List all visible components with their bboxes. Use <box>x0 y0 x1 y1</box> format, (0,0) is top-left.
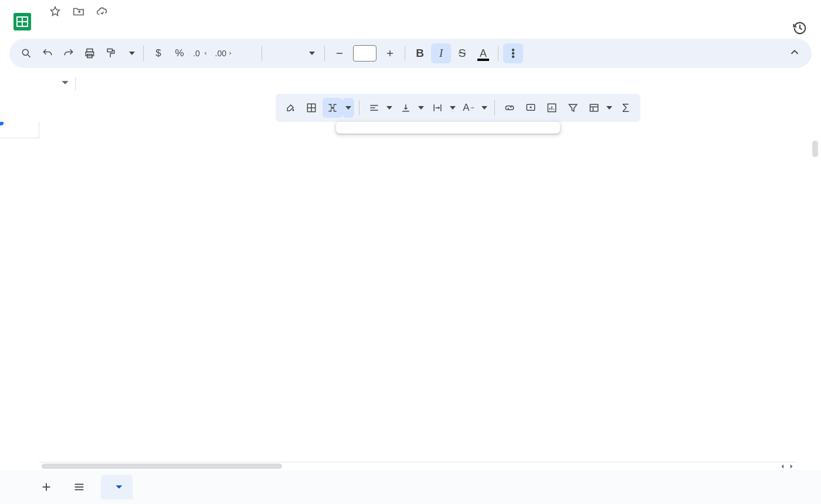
select-all-corner[interactable] <box>0 122 39 138</box>
filter-button[interactable] <box>563 98 583 118</box>
star-icon[interactable] <box>48 5 62 19</box>
text-wrap-dropdown[interactable] <box>447 98 458 118</box>
version-history-icon[interactable] <box>792 20 808 39</box>
search-icon[interactable] <box>16 43 36 63</box>
strikethrough-button[interactable]: S <box>452 43 472 63</box>
all-sheets-button[interactable] <box>68 476 90 498</box>
caret-down-icon <box>115 483 123 491</box>
spreadsheet-grid[interactable] <box>0 122 821 470</box>
scrollbar-thumb[interactable] <box>812 141 818 157</box>
table-view-dropdown[interactable] <box>604 98 615 118</box>
sheet-tab[interactable] <box>101 475 133 499</box>
table-view-button[interactable] <box>584 98 604 118</box>
toolbar-overflow-row: A Σ <box>276 94 640 122</box>
add-sheet-button[interactable] <box>35 476 57 498</box>
borders-button[interactable] <box>301 98 321 118</box>
formula-bar-row <box>0 71 821 96</box>
cloud-status-icon[interactable] <box>95 5 109 19</box>
scrollbar-thumb[interactable] <box>42 464 282 469</box>
horizontal-align-dropdown[interactable] <box>384 98 395 118</box>
svg-point-15 <box>513 56 514 57</box>
caret-down-icon <box>129 52 135 55</box>
merge-cells-dropdown[interactable] <box>342 98 354 118</box>
sheets-logo-icon[interactable] <box>9 5 35 39</box>
font-size-input[interactable] <box>353 45 376 62</box>
format-percent-button[interactable]: % <box>169 43 189 63</box>
italic-button[interactable]: I <box>431 43 451 63</box>
paint-format-button[interactable] <box>101 43 121 63</box>
menu-bar <box>35 19 812 27</box>
decrease-font-size-button[interactable] <box>330 43 350 63</box>
decrease-decimal-button[interactable]: .0 <box>191 43 212 63</box>
font-select[interactable] <box>267 45 320 62</box>
increase-decimal-button[interactable]: .00 <box>213 43 236 63</box>
text-rotation-button[interactable]: A <box>459 98 479 118</box>
svg-rect-32 <box>590 104 598 111</box>
scroll-right-icon[interactable] <box>788 463 795 470</box>
name-box-dropdown[interactable] <box>61 79 69 89</box>
text-color-button[interactable]: A <box>473 43 493 63</box>
merge-menu <box>336 122 560 134</box>
name-box[interactable] <box>7 76 61 92</box>
svg-point-4 <box>22 49 28 55</box>
title-bar <box>0 0 821 39</box>
horizontal-scrollbar[interactable] <box>39 462 796 470</box>
svg-point-14 <box>513 53 514 55</box>
vertical-align-button[interactable] <box>396 98 416 118</box>
undo-button[interactable] <box>38 43 57 63</box>
increase-font-size-button[interactable] <box>380 43 400 63</box>
caret-down-icon <box>309 52 315 55</box>
toolbar-overflow-button[interactable] <box>503 43 523 63</box>
merge-cells-button[interactable] <box>323 98 342 118</box>
print-button[interactable] <box>80 43 100 63</box>
scroll-left-icon[interactable] <box>779 463 786 470</box>
text-rotation-dropdown[interactable] <box>479 98 490 118</box>
functions-button[interactable]: Σ <box>616 98 636 118</box>
svg-rect-9 <box>107 49 112 52</box>
svg-line-5 <box>28 55 30 57</box>
text-wrap-button[interactable] <box>428 98 447 118</box>
horizontal-align-button[interactable] <box>364 98 384 118</box>
zoom-select[interactable] <box>122 52 138 55</box>
move-folder-icon[interactable] <box>72 5 86 19</box>
vertical-align-dropdown[interactable] <box>416 98 426 118</box>
format-currency-button[interactable]: $ <box>148 43 168 63</box>
vertical-scrollbar[interactable] <box>810 122 820 438</box>
fill-color-button[interactable] <box>280 98 300 118</box>
collapse-toolbar-button[interactable] <box>788 46 801 61</box>
insert-chart-button[interactable] <box>542 98 562 118</box>
redo-button[interactable] <box>59 43 79 63</box>
sheet-tabs-bar <box>0 470 821 504</box>
svg-point-13 <box>513 49 514 51</box>
insert-comment-button[interactable] <box>521 98 541 118</box>
bold-button[interactable]: B <box>410 43 430 63</box>
more-formats-button[interactable] <box>237 43 257 63</box>
toolbar: $ % .0 .00 B I S A <box>9 39 812 68</box>
insert-link-button[interactable] <box>500 98 520 118</box>
